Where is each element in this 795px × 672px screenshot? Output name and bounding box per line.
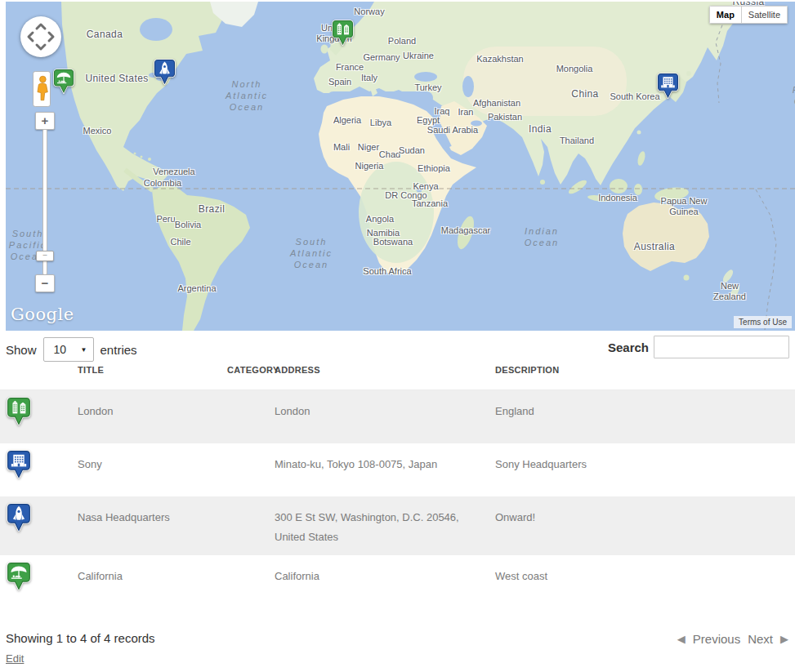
map-label-country: Papua New Guinea (661, 196, 708, 216)
map-label-country: Germany (363, 52, 400, 63)
map-label-country: Saudi Arabia (427, 125, 478, 136)
search-label: Search (608, 340, 649, 354)
map-label-country: South Africa (363, 266, 411, 277)
map-label-country: Australia (634, 242, 675, 253)
column-header-title[interactable]: TITLE (78, 359, 227, 389)
cell-title: Nasa Headquarters (78, 496, 227, 555)
map-label-country: Mongolia (556, 64, 593, 74)
map-label-country: Indonesia (598, 193, 637, 203)
map-label-country: Sudan (399, 145, 425, 156)
map-label-country: Ukraine (403, 51, 434, 61)
map-label-country: Iran (458, 107, 474, 118)
cell-title: California (78, 555, 227, 611)
table-row[interactable]: Nasa Headquarters 300 E St SW, Washingto… (0, 496, 795, 555)
map-label-country: Mali (333, 142, 350, 153)
map-marker-beach-umbrella-green[interactable] (53, 69, 74, 94)
map-label-country: Egypt (417, 115, 440, 126)
cell-description: England (495, 390, 795, 443)
search-input[interactable] (654, 336, 789, 358)
map-label-country: United States (85, 73, 148, 85)
cell-title: Sony (78, 443, 227, 496)
zoom-slider-handle[interactable]: – (36, 251, 54, 261)
map-label-country: Ethiopia (418, 163, 450, 174)
column-header-description[interactable]: DESCRIPTION (495, 359, 795, 389)
cell-category (227, 443, 275, 496)
map-label-country: Venezuela (153, 167, 194, 177)
map-label-country: Afghanistan (473, 98, 520, 109)
entries-label: entries (100, 343, 137, 357)
map-label-country: Turkey (414, 82, 441, 93)
map-label-country: Norway (354, 7, 384, 17)
map-marker-office-building-blue[interactable] (657, 73, 679, 99)
pagination: ◀ Previous Next ▶ (677, 632, 788, 646)
previous-arrow-icon[interactable]: ◀ (677, 633, 686, 645)
map-label-country: Nigeria (355, 161, 384, 171)
map-label-country: Libya (370, 118, 391, 128)
zoom-in-button[interactable]: + (35, 112, 55, 130)
map-label-country: Chad (379, 149, 400, 160)
column-header-category[interactable]: CATEGORY (227, 359, 275, 389)
cell-address: Minato-ku, Tokyo 108-0075, Japan (275, 443, 495, 496)
map-type-satellite-button[interactable]: Satellite (741, 6, 788, 24)
entries-select-value: 10 (54, 343, 67, 356)
show-entries-group: Show 10 ▼ entries (6, 337, 137, 362)
cell-description: West coast (495, 555, 795, 611)
records-summary: Showing 1 to 4 of 4 records (6, 631, 155, 645)
row-marker-beach-umbrella-green-icon (7, 562, 31, 590)
map-label-country: Peru (156, 214, 175, 225)
cell-title: London (78, 390, 227, 443)
entries-select[interactable]: 10 ▼ (43, 337, 94, 362)
cell-address: 300 E St SW, Washington, D.C. 20546, Uni… (275, 496, 495, 555)
map-label-country: Pakistan (488, 112, 522, 122)
map-label-country: Madagascar (441, 225, 491, 236)
next-button[interactable]: Next (748, 632, 773, 646)
table-controls: Show 10 ▼ entries Search (0, 333, 795, 361)
map-marker-city-buildings-green[interactable] (332, 20, 354, 46)
locations-table: TITLE CATEGORY ADDRESS DESCRIPTION Londo… (0, 359, 795, 611)
table-header-row: TITLE CATEGORY ADDRESS DESCRIPTION (0, 359, 795, 390)
map-label-country: Niger (358, 142, 379, 153)
map-label-country: Angola (366, 214, 394, 225)
table-row[interactable]: Sony Minato-ku, Tokyo 108-0075, Japan So… (0, 443, 795, 496)
map-type-control: Map Satellite (709, 6, 788, 24)
map-label-country: New Zealand (713, 281, 746, 301)
map-label-country: Kazakhstan (476, 54, 523, 65)
cell-address: London (275, 390, 495, 443)
previous-button[interactable]: Previous (693, 632, 740, 646)
world-map-graphic (6, 2, 795, 331)
map-label-country: Argentina (177, 283, 216, 294)
map-label-country: Algeria (333, 115, 361, 126)
terms-of-use-link[interactable]: Terms of Use (734, 316, 792, 328)
next-arrow-icon[interactable]: ▶ (780, 633, 788, 645)
map-label-ocean: Indian Ocean (525, 226, 559, 249)
map-type-map-button[interactable]: Map (709, 6, 741, 24)
zoom-out-button[interactable]: − (35, 274, 55, 292)
pegman-street-view-icon[interactable] (33, 71, 51, 107)
map-pan-control[interactable] (20, 16, 61, 57)
map-label-country: Mexico (83, 126, 112, 136)
map-label-ocean: North Atlantic Ocean (226, 79, 268, 113)
map-label-country: South Korea (610, 91, 659, 102)
column-header-icon (0, 359, 78, 389)
map-label-country: Colombia (144, 178, 181, 189)
table-row[interactable]: California California West coast (0, 555, 795, 611)
cell-address: California (275, 555, 495, 611)
map-marker-rocket-blue[interactable] (154, 59, 176, 85)
map-label-country: Chile (170, 237, 190, 247)
google-map[interactable]: Norway Russia Canada United Kingdom Pola… (6, 2, 795, 331)
map-label-country: Canada (87, 29, 123, 41)
map-label-country: China (571, 89, 598, 100)
table-row[interactable]: London London England (0, 390, 795, 443)
map-label-ocean: South Atlantic Ocean (290, 237, 333, 270)
map-label-country: Brazil (199, 204, 225, 216)
edit-link[interactable]: Edit (6, 652, 24, 665)
row-marker-office-building-blue-icon (7, 450, 31, 478)
map-label-country: India (529, 124, 552, 136)
map-label-country: Tanzania (412, 198, 448, 209)
map-label-country: Poland (388, 36, 416, 47)
map-label-country: Thailand (560, 136, 594, 146)
search-group: Search (608, 336, 789, 358)
cell-description: Onward! (495, 496, 795, 555)
google-logo[interactable]: Google (11, 305, 74, 324)
column-header-address[interactable]: ADDRESS (275, 359, 495, 389)
